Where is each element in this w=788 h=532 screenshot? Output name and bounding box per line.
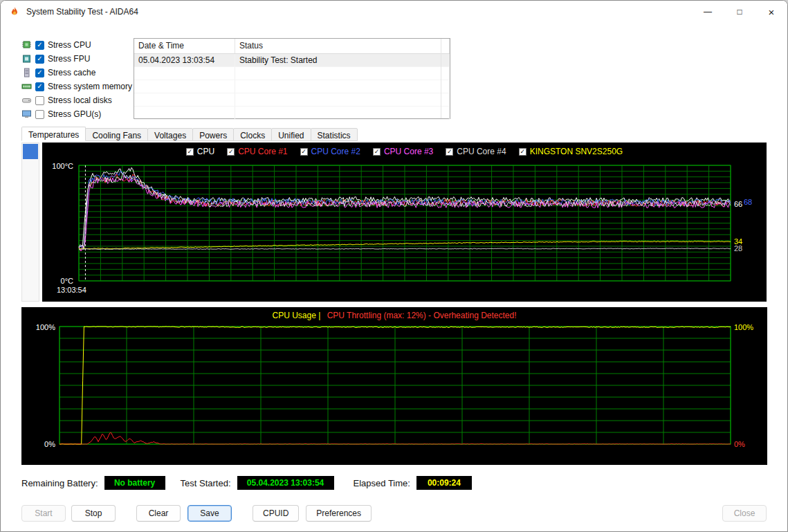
memory-icon [21,82,33,91]
elapsed-time-label: Elapsed Time: [354,478,410,488]
stress-memory-label: Stress system memory [48,82,132,91]
column-header-status[interactable]: Status [235,39,450,53]
event-log-empty-row [134,67,450,80]
tab-strip: Temperatures Cooling Fans Voltages Power… [21,127,767,141]
legend-item-core1[interactable]: CPU Core #1 [227,147,287,156]
stress-option-memory[interactable]: Stress system memory [21,80,134,93]
stability-test-window: System Stability Test - AIDA64 — □ × Str… [0,0,788,532]
legend-checkbox-core1[interactable] [227,148,235,156]
close-button[interactable]: Close [722,505,767,522]
fpu-icon [21,54,33,64]
legend-label-core1: CPU Core #1 [238,147,287,156]
flame-icon [9,6,20,17]
save-button[interactable]: Save [187,505,232,522]
start-button[interactable]: Start [21,505,66,522]
legend-item-core3[interactable]: CPU Core #3 [373,147,433,156]
svg-text:68: 68 [744,198,752,206]
temperatures-plot: 66683428100°C0°C13:03:54 [42,143,767,302]
temperatures-legend: CPU CPU Core #1 CPU Core #2 CPU Core #3 … [42,147,767,156]
legend-item-cpu[interactable]: CPU [186,147,214,156]
legend-label-ssd: KINGSTON SNV2S250G [530,147,623,156]
tab-cooling-fans[interactable]: Cooling Fans [85,128,148,141]
window-controls: — □ × [692,1,787,23]
cpu-icon [21,40,33,50]
event-log-empty-row [134,93,450,107]
temperatures-chart: CPU CPU Core #1 CPU Core #2 CPU Core #3 … [42,143,767,302]
battery-value: No battery [104,476,165,490]
cpu-usage-plot: 100%0%100%0% [21,307,767,465]
legend-checkbox-cpu[interactable] [186,148,194,156]
svg-text:0°C: 0°C [61,277,74,285]
cpu-usage-title: CPU Usage | CPU Throttling (max: 12%) - … [21,311,767,320]
event-log-empty-row [134,107,450,120]
stress-fpu-label: Stress FPU [48,54,90,64]
legend-label-core4: CPU Core #4 [457,147,506,156]
disk-icon [21,95,33,105]
stress-option-cache[interactable]: Stress cache [21,66,134,80]
test-started-value: 05.04.2023 13:03:54 [237,476,334,490]
legend-item-ssd[interactable]: KINGSTON SNV2S250G [519,147,623,156]
svg-text:13:03:54: 13:03:54 [57,286,86,294]
svg-text:100%: 100% [734,323,753,331]
tab-powers[interactable]: Powers [192,128,234,141]
chart-vertical-scrollbar[interactable] [21,143,39,302]
stress-cache-label: Stress cache [48,68,95,77]
legend-item-core4[interactable]: CPU Core #4 [446,147,506,156]
event-status-cell: Stability Test: Started [235,54,450,67]
stress-option-cpu[interactable]: Stress CPU [21,38,134,52]
svg-text:100°C: 100°C [52,162,73,170]
legend-label-core2: CPU Core #2 [311,147,360,156]
window-title: System Stability Test - AIDA64 [26,7,138,17]
legend-label-core3: CPU Core #3 [384,147,433,156]
gpu-icon [21,109,33,119]
battery-label: Remaining Battery: [21,478,98,488]
preferences-button[interactable]: Preferences [306,505,372,522]
tab-statistics[interactable]: Statistics [311,128,358,141]
maximize-icon[interactable]: □ [724,1,755,23]
tab-clocks[interactable]: Clocks [233,128,272,141]
clear-button[interactable]: Clear [136,505,181,522]
tab-temperatures[interactable]: Temperatures [21,127,86,141]
stress-cpu-label: Stress CPU [48,40,91,50]
stress-cache-checkbox[interactable] [35,68,44,77]
button-bar: Start Stop Clear Save CPUID Preferences … [21,505,767,522]
stress-gpu-label: Stress GPU(s) [48,109,101,119]
event-log-row[interactable]: 05.04.2023 13:03:54 Stability Test: Star… [134,54,450,67]
stress-option-disks[interactable]: Stress local disks [21,93,134,107]
svg-text:66: 66 [734,200,742,208]
svg-text:28: 28 [734,244,742,253]
cpuid-button[interactable]: CPUID [253,505,299,522]
svg-text:100%: 100% [36,323,55,331]
stop-button[interactable]: Stop [71,505,116,522]
event-datetime-cell: 05.04.2023 13:03:54 [134,54,235,67]
throttling-alert-text: CPU Throttling (max: 12%) - Overheating … [327,311,517,320]
legend-item-core2[interactable]: CPU Core #2 [300,147,360,156]
stress-cpu-checkbox[interactable] [35,41,44,50]
event-log-table: Date & Time Status 05.04.2023 13:03:54 S… [134,38,450,119]
tab-unified[interactable]: Unified [271,128,311,141]
minimize-icon[interactable]: — [692,1,724,23]
legend-checkbox-core2[interactable] [300,148,308,156]
tab-voltages[interactable]: Voltages [147,128,193,141]
legend-checkbox-core4[interactable] [446,148,453,156]
svg-text:0%: 0% [44,440,55,448]
cpu-usage-chart: CPU Usage | CPU Throttling (max: 12%) - … [21,307,767,465]
stress-gpu-checkbox[interactable] [35,110,44,119]
stress-option-gpu[interactable]: Stress GPU(s) [21,107,134,121]
titlebar: System Stability Test - AIDA64 — □ × [1,1,787,23]
event-log-empty-row [134,80,450,93]
test-started-label: Test Started: [181,478,231,488]
cache-icon [21,68,33,77]
stress-disks-label: Stress local disks [48,95,112,105]
stress-fpu-checkbox[interactable] [35,55,44,64]
legend-checkbox-ssd[interactable] [519,148,526,156]
cpu-usage-title-text: CPU Usage | [272,311,320,320]
status-bar: Remaining Battery: No battery Test Start… [21,476,767,490]
scrollbar-thumb[interactable] [23,144,38,159]
stress-memory-checkbox[interactable] [35,82,44,91]
column-header-datetime[interactable]: Date & Time [134,39,235,53]
close-icon[interactable]: × [755,1,787,23]
stress-disks-checkbox[interactable] [35,96,44,105]
legend-checkbox-core3[interactable] [373,148,381,156]
stress-option-fpu[interactable]: Stress FPU [21,52,134,66]
